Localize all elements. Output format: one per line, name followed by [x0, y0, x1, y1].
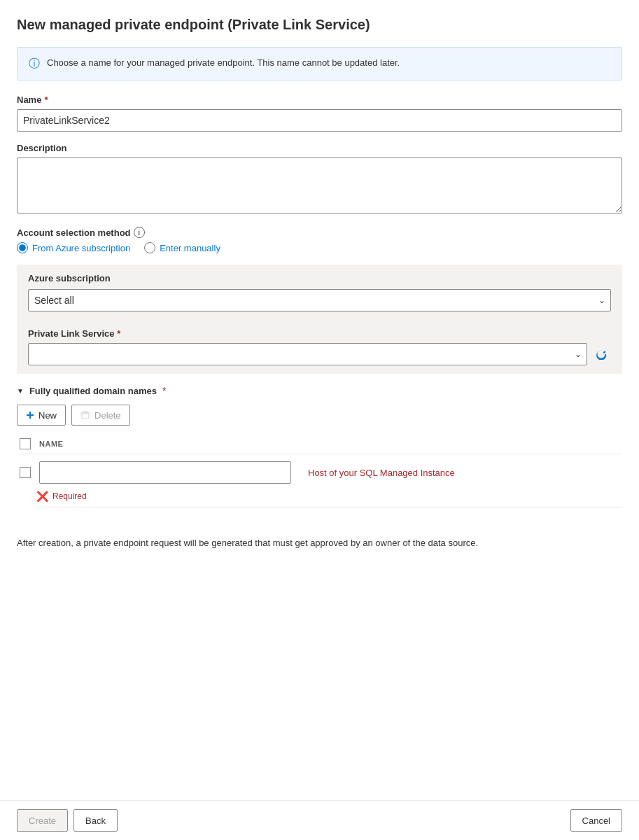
name-column-header: NAME	[39, 440, 63, 448]
private-link-required-star: *	[117, 328, 120, 339]
info-banner: ⓘ Choose a name for your managed private…	[17, 47, 622, 80]
fqdn-required-star: *	[162, 385, 166, 396]
description-field-group: Description	[17, 143, 622, 216]
fqdn-title: Fully qualified domain names	[29, 386, 157, 396]
cancel-button[interactable]: Cancel	[570, 809, 622, 832]
error-icon: ❌	[36, 491, 48, 502]
account-selection-group: Account selection method i From Azure su…	[17, 227, 622, 374]
name-required-star: *	[44, 94, 48, 105]
new-button[interactable]: New	[17, 405, 66, 426]
name-label: Name *	[17, 94, 622, 105]
private-link-select[interactable]	[28, 343, 587, 365]
refresh-button[interactable]	[591, 343, 611, 365]
fqdn-row-entry: Host of your SQL Managed Instance	[17, 457, 622, 488]
radio-enter-manually[interactable]: Enter manually	[144, 242, 220, 253]
plus-icon	[26, 411, 34, 419]
fqdn-table-header: NAME	[17, 434, 622, 454]
fqdn-collapse-icon[interactable]: ▼	[17, 387, 24, 395]
svg-rect-2	[82, 413, 89, 419]
delete-icon	[80, 410, 90, 420]
table-row: Host of your SQL Managed Instance ❌ Requ…	[17, 457, 622, 508]
private-link-select-wrapper: ⌄	[28, 343, 587, 365]
info-banner-text: Choose a name for your managed private e…	[47, 56, 400, 70]
azure-subscription-select[interactable]: Select all	[28, 289, 611, 312]
delete-button[interactable]: Delete	[71, 405, 130, 426]
radio-azure-input[interactable]	[17, 242, 28, 253]
account-selection-tooltip-icon[interactable]: i	[134, 227, 145, 238]
footer-bar: Create Back Cancel	[0, 800, 639, 840]
fqdn-name-input[interactable]	[39, 461, 291, 484]
name-input[interactable]	[17, 109, 622, 132]
row-checkbox[interactable]	[20, 467, 31, 478]
private-link-select-row: ⌄	[28, 343, 611, 365]
radio-azure-subscription[interactable]: From Azure subscription	[17, 242, 130, 253]
back-button[interactable]: Back	[73, 809, 118, 832]
private-link-section: Private Link Service * ⌄	[17, 320, 622, 374]
header-select-all-checkbox[interactable]	[20, 438, 31, 449]
azure-subscription-section: Azure subscription Select all ⌄	[17, 265, 622, 320]
header-checkbox-col	[17, 438, 34, 449]
azure-subscription-label: Azure subscription	[28, 273, 611, 284]
account-selection-radio-group: From Azure subscription Enter manually	[17, 242, 622, 253]
account-selection-label: Account selection method i	[17, 227, 622, 238]
refresh-icon	[596, 349, 607, 360]
fqdn-error-row: ❌ Required	[36, 491, 622, 502]
fqdn-section: ▼ Fully qualified domain names * New	[17, 385, 622, 508]
azure-subscription-select-wrapper: Select all ⌄	[28, 289, 611, 312]
host-hint-text: Host of your SQL Managed Instance	[308, 468, 455, 478]
radio-manual-label: Enter manually	[160, 243, 220, 253]
description-label: Description	[17, 143, 622, 153]
page-title: New managed private endpoint (Private Li…	[17, 17, 622, 33]
error-text: Required	[52, 491, 87, 501]
fqdn-header: ▼ Fully qualified domain names *	[17, 385, 622, 396]
radio-azure-label: From Azure subscription	[32, 243, 130, 253]
after-creation-note: After creation, a private endpoint reque…	[17, 536, 622, 550]
fqdn-toolbar: New Delete	[17, 405, 622, 426]
create-button[interactable]: Create	[17, 809, 68, 832]
private-link-label: Private Link Service *	[28, 320, 611, 339]
description-input[interactable]	[17, 158, 622, 214]
name-field-group: Name *	[17, 94, 622, 132]
info-icon: ⓘ	[29, 57, 40, 71]
row-separator	[36, 507, 622, 508]
radio-manual-input[interactable]	[144, 242, 155, 253]
